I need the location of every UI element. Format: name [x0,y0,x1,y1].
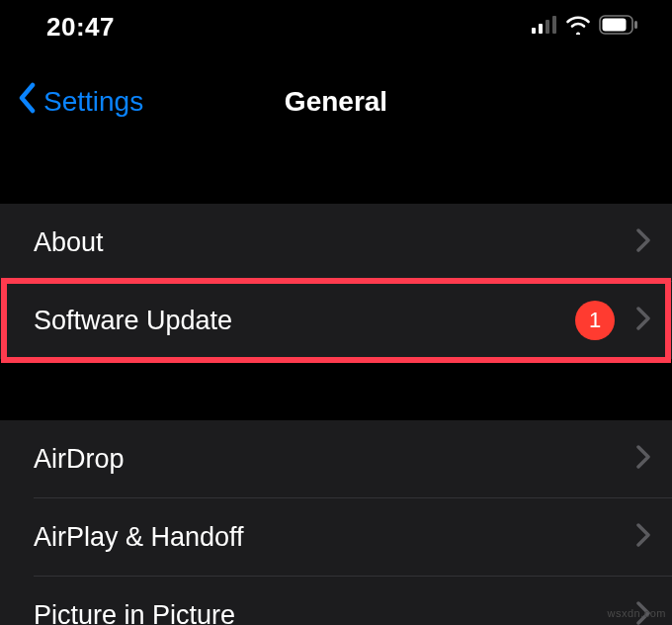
chevron-left-icon [18,82,38,121]
wifi-icon [565,15,591,39]
row-accessory [636,523,650,551]
svg-rect-3 [552,16,556,34]
back-label: Settings [43,86,143,118]
svg-rect-6 [634,21,637,29]
svg-rect-5 [603,19,627,32]
row-about[interactable]: About [0,204,672,281]
row-airplay-handoff[interactable]: AirPlay & Handoff [0,498,672,576]
row-accessory: 1 [575,301,650,340]
navigation-bar: Settings General [0,53,672,150]
row-accessory [636,445,650,473]
row-accessory [636,228,650,256]
row-label: Software Update [34,306,232,336]
row-airdrop[interactable]: AirDrop [0,420,672,497]
status-time: 20:47 [46,12,115,43]
page-title: General [285,86,387,118]
cellular-signal-icon [532,16,557,38]
settings-group-2: AirDrop AirPlay & Handoff Picture in Pic… [0,420,672,625]
row-label: About [34,227,104,258]
watermark: wsxdn.com [607,607,666,619]
chevron-right-icon [636,445,650,473]
status-bar: 20:47 [0,0,672,53]
settings-group-1: About Software Update 1 [0,204,672,359]
back-button[interactable]: Settings [0,82,143,121]
row-label: AirDrop [34,444,125,475]
row-picture-in-picture[interactable]: Picture in Picture [0,577,672,625]
notification-badge: 1 [575,301,615,340]
chevron-right-icon [636,307,650,334]
svg-rect-0 [532,28,536,34]
status-icons [532,15,638,39]
section-spacer [0,150,672,204]
row-software-update[interactable]: Software Update 1 [0,282,672,359]
chevron-right-icon [636,228,650,256]
row-label: Picture in Picture [34,600,235,626]
section-spacer [0,359,672,420]
row-label: AirPlay & Handoff [34,522,244,553]
svg-rect-1 [539,24,543,34]
battery-icon [599,15,638,39]
svg-rect-2 [546,20,549,34]
chevron-right-icon [636,523,650,551]
